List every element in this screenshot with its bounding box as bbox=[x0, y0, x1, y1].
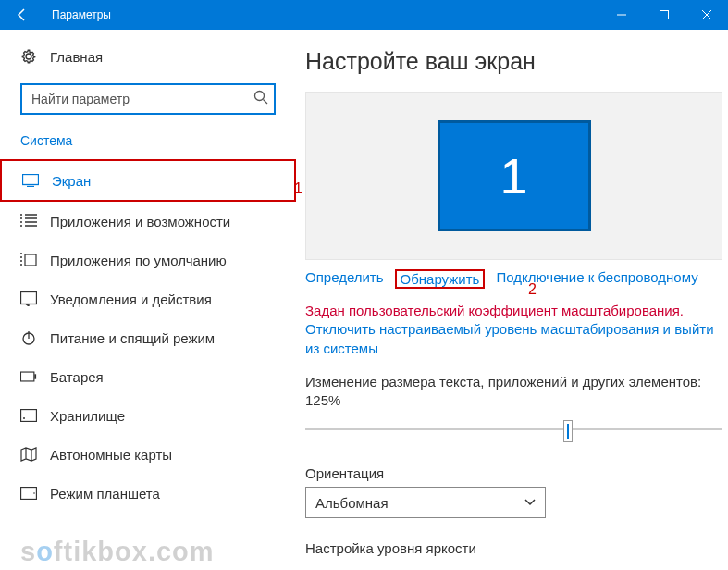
sidebar-item-maps[interactable]: Автономные карты bbox=[0, 435, 296, 474]
display-icon bbox=[22, 172, 39, 189]
svg-rect-3 bbox=[25, 254, 36, 266]
monitor-number: 1 bbox=[500, 147, 527, 204]
sidebar-item-storage[interactable]: Хранилище bbox=[0, 396, 296, 435]
category-label: Система bbox=[0, 133, 296, 148]
sidebar-item-battery[interactable]: Батарея bbox=[0, 357, 296, 396]
orientation-value: Альбомная bbox=[315, 495, 389, 511]
main-panel: Настройте ваш экран 1 Определить Обнаруж… bbox=[296, 30, 728, 570]
map-icon bbox=[20, 446, 37, 463]
identify-link[interactable]: Определить bbox=[305, 269, 384, 289]
minimize-button[interactable] bbox=[600, 0, 643, 30]
wireless-link[interactable]: Подключение к беспроводному bbox=[496, 269, 697, 289]
notifications-icon bbox=[20, 291, 37, 307]
minimize-icon bbox=[617, 10, 626, 19]
home-link[interactable]: Главная bbox=[0, 43, 296, 70]
sidebar-item-label: Приложения по умолчанию bbox=[50, 253, 227, 268]
maximize-icon bbox=[660, 10, 669, 19]
maximize-button[interactable] bbox=[643, 0, 685, 30]
home-label: Главная bbox=[50, 49, 103, 65]
close-icon bbox=[702, 10, 711, 19]
titlebar: Параметры bbox=[0, 0, 728, 30]
svg-rect-2 bbox=[23, 175, 39, 185]
sidebar-item-label: Хранилище bbox=[50, 408, 125, 424]
slider-track bbox=[305, 428, 722, 430]
search-icon bbox=[253, 90, 268, 108]
sidebar-item-power[interactable]: Питание и спящий режим bbox=[0, 318, 296, 357]
disable-scaling-link[interactable]: Отключить настраиваемый уровень масштаби… bbox=[305, 320, 722, 358]
sidebar-item-label: Батарея bbox=[50, 369, 104, 385]
window-title: Параметры bbox=[44, 8, 111, 21]
monitor-1[interactable]: 1 bbox=[438, 120, 591, 231]
display-actions: Определить Обнаружить Подключение к бесп… bbox=[305, 269, 722, 289]
detect-link[interactable]: Обнаружить bbox=[395, 269, 486, 289]
annotation-2: 2 bbox=[528, 281, 537, 298]
sidebar-item-display[interactable]: Экран bbox=[0, 159, 296, 202]
svg-point-11 bbox=[33, 492, 35, 494]
orientation-label: Ориентация bbox=[305, 465, 722, 481]
default-apps-icon bbox=[20, 252, 37, 268]
battery-icon bbox=[20, 368, 37, 385]
power-icon bbox=[20, 329, 37, 346]
slider-thumb[interactable] bbox=[564, 421, 572, 441]
annotation-1: 1 bbox=[294, 180, 302, 197]
sidebar-item-apps[interactable]: Приложения и возможности bbox=[0, 202, 296, 241]
scaling-warning: Задан пользовательский коэффициент масшт… bbox=[305, 302, 722, 320]
sidebar-item-default-apps[interactable]: Приложения по умолчанию bbox=[0, 241, 296, 279]
tablet-icon bbox=[20, 485, 37, 502]
list-icon bbox=[20, 213, 37, 229]
close-button[interactable] bbox=[685, 0, 728, 30]
gear-icon bbox=[20, 48, 37, 65]
sidebar-item-notifications[interactable]: Уведомления и действия bbox=[0, 279, 296, 318]
svg-rect-0 bbox=[660, 11, 669, 19]
sidebar-item-label: Питание и спящий режим bbox=[50, 330, 215, 346]
scale-label: Изменение размера текста, приложений и д… bbox=[305, 373, 722, 411]
sidebar-item-label: Экран bbox=[52, 173, 91, 189]
svg-rect-4 bbox=[21, 292, 37, 304]
chevron-down-icon bbox=[524, 499, 536, 506]
svg-point-9 bbox=[23, 417, 25, 419]
sidebar-item-label: Приложения и возможности bbox=[50, 214, 230, 229]
search-input[interactable] bbox=[20, 83, 276, 115]
search-container bbox=[20, 83, 276, 115]
orientation-select[interactable]: Альбомная bbox=[305, 487, 546, 518]
brightness-label: Настройка уровня яркости bbox=[305, 540, 722, 556]
sidebar-item-label: Уведомления и действия bbox=[50, 291, 212, 307]
svg-rect-7 bbox=[34, 374, 36, 378]
arrow-left-icon bbox=[15, 7, 30, 22]
sidebar: Главная Система Экран Приложения и возмо… bbox=[0, 30, 296, 570]
sidebar-item-label: Режим планшета bbox=[50, 486, 160, 502]
display-preview[interactable]: 1 bbox=[305, 92, 722, 260]
svg-rect-8 bbox=[21, 410, 37, 422]
scale-slider[interactable] bbox=[305, 419, 722, 447]
svg-point-1 bbox=[255, 92, 265, 101]
back-button[interactable] bbox=[0, 0, 44, 30]
svg-rect-6 bbox=[20, 372, 33, 381]
sidebar-item-label: Автономные карты bbox=[50, 447, 172, 463]
storage-icon bbox=[20, 407, 37, 424]
sidebar-item-tablet[interactable]: Режим планшета bbox=[0, 474, 296, 513]
page-title: Настройте ваш экран bbox=[305, 48, 722, 75]
